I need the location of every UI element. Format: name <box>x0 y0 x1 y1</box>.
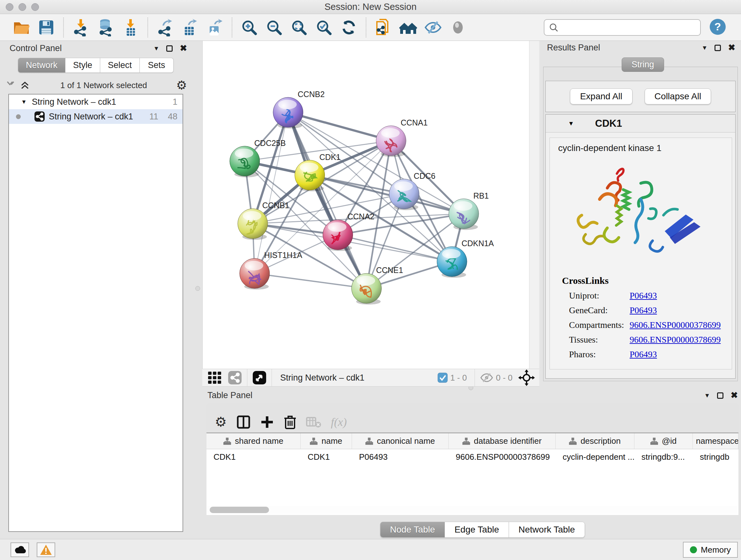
warnings-button[interactable] <box>37 543 55 557</box>
network-node-CDKN1A[interactable]: CDKN1A <box>437 239 494 278</box>
open-session-button[interactable] <box>12 18 30 37</box>
search-input[interactable] <box>558 21 696 34</box>
cell-name: CDK1 <box>300 449 352 464</box>
expand-all-button[interactable]: Expand All <box>570 88 632 105</box>
column-header[interactable]: database identifier <box>449 433 556 449</box>
houses-button[interactable] <box>399 18 417 37</box>
scrollbar-thumb[interactable] <box>210 507 269 513</box>
network-node-CCNA1[interactable]: CCNA1 <box>376 118 428 157</box>
float-panel-icon[interactable] <box>717 392 724 399</box>
column-header[interactable]: shared name <box>206 433 300 449</box>
delete-column-trash-icon[interactable] <box>284 415 296 430</box>
column-header[interactable]: name <box>300 433 352 449</box>
network-node-CCNB1[interactable]: CCNB1 <box>238 201 289 240</box>
gene-card-header[interactable]: ▼ CDK1 <box>546 115 735 132</box>
hide-selected-button[interactable] <box>424 18 442 37</box>
tab-network[interactable]: Network <box>18 58 65 73</box>
help-icon: ? <box>709 18 726 36</box>
network-options-gear-icon[interactable]: ⚙ <box>176 79 187 91</box>
network-from-selection-button[interactable] <box>374 18 393 37</box>
import-table-button[interactable] <box>121 18 140 37</box>
table-options-gear-icon[interactable]: ⚙ <box>215 415 227 429</box>
column-header[interactable]: namespace <box>693 433 738 449</box>
panel-menu-icon[interactable]: ▼ <box>704 392 711 398</box>
zoom-out-button[interactable] <box>265 18 283 37</box>
crosslink-link[interactable]: P06493 <box>630 349 657 360</box>
zoom-selected-icon <box>315 18 333 37</box>
crosslink-link[interactable]: 9606.ENSP00000378699 <box>630 334 721 345</box>
close-panel-icon[interactable]: ✖ <box>731 391 738 400</box>
network-canvas[interactable]: CCNB2CCNA1CDC25BCDK1CDC6RB1CCNB1CCNA2CDK… <box>203 41 529 369</box>
add-column-icon[interactable] <box>260 415 274 430</box>
export-image-icon <box>206 18 224 37</box>
open-in-window-icon[interactable] <box>253 371 266 385</box>
network-node-count: 11 <box>149 112 158 122</box>
save-session-button[interactable] <box>37 18 56 37</box>
pan-crosshair-icon[interactable] <box>518 369 535 386</box>
table-row[interactable]: CDK1 CDK1 P06493 9606.ENSP00000378699 cy… <box>206 449 738 464</box>
show-columns-icon[interactable] <box>237 415 251 430</box>
cloud-button[interactable] <box>10 543 29 557</box>
network-type-share-icon[interactable] <box>228 371 242 385</box>
results-tab-string[interactable]: String <box>622 57 664 72</box>
column-type-icon <box>223 437 231 445</box>
float-panel-icon[interactable] <box>166 45 173 52</box>
expand-all-icon[interactable] <box>20 80 31 90</box>
tab-select[interactable]: Select <box>100 58 140 73</box>
panel-menu-icon[interactable]: ▼ <box>702 45 708 51</box>
crosslink-link[interactable]: P06493 <box>630 305 657 315</box>
network-label: String Network – cdk1 <box>49 112 133 122</box>
node-label: CCNA1 <box>401 118 428 127</box>
cell-database-identifier: 9606.ENSP00000378699 <box>449 449 556 464</box>
network-node-HIST1H1A[interactable]: HIST1H1A <box>240 251 302 290</box>
network-node-CDK1[interactable]: CDK1 <box>295 152 341 192</box>
show-eye-button[interactable] <box>449 18 467 37</box>
horizontal-scrollbar[interactable] <box>207 506 738 514</box>
export-network-button[interactable] <box>156 18 174 37</box>
crosslink-row: GeneCard: P06493 <box>562 305 721 315</box>
collapse-all-button[interactable]: Collapse All <box>645 88 711 105</box>
network-selection-summary: 1 of 1 Network selected <box>31 80 176 90</box>
network-node-CCNB2[interactable]: CCNB2 <box>273 90 325 129</box>
tab-edge-table[interactable]: Edge Table <box>445 522 509 538</box>
zoom-in-button[interactable] <box>240 18 259 37</box>
network-collection-row[interactable]: ▼ String Network – cdk1 1 <box>9 95 183 109</box>
export-table-button[interactable] <box>181 18 199 37</box>
collapse-all-icon[interactable] <box>6 80 17 90</box>
float-panel-icon[interactable] <box>715 45 721 51</box>
tab-style[interactable]: Style <box>65 58 100 73</box>
left-splitter-handle[interactable] <box>195 286 200 291</box>
import-network-database-button[interactable] <box>96 18 115 37</box>
close-panel-icon[interactable]: ✖ <box>180 44 187 53</box>
close-panel-icon[interactable]: ✖ <box>728 44 735 52</box>
panel-menu-icon[interactable]: ▼ <box>153 45 159 51</box>
search-icon <box>549 23 558 32</box>
column-header[interactable]: description <box>556 433 634 449</box>
network-row[interactable]: String Network – cdk1 11 48 <box>9 109 183 124</box>
node-label: CCNA2 <box>347 212 375 221</box>
network-node-RB1[interactable]: RB1 <box>449 191 489 230</box>
tab-sets[interactable]: Sets <box>140 58 174 73</box>
memory-button[interactable]: Memory <box>683 542 738 558</box>
table-panel: Table Panel ▼ ✖ ⚙ <box>202 388 741 539</box>
column-header[interactable]: @id <box>634 433 693 449</box>
zoom-selected-button[interactable] <box>315 18 333 37</box>
gene-expander-icon[interactable]: ▼ <box>568 120 574 127</box>
node-label: CDK1 <box>320 152 341 162</box>
gene-card-body: cyclin-dependent kinase 1 <box>549 138 732 369</box>
tab-node-table[interactable]: Node Table <box>380 522 445 538</box>
import-network-file-button[interactable] <box>71 18 90 37</box>
refresh-button[interactable] <box>340 18 358 37</box>
zoom-fit-button[interactable] <box>290 18 308 37</box>
selected-checkbox-icon[interactable] <box>437 373 448 383</box>
help-button[interactable]: ? <box>709 18 726 37</box>
crosslink-link[interactable]: 9606.ENSP00000378699 <box>630 320 721 330</box>
export-image-button[interactable] <box>205 18 224 37</box>
crosslink-link[interactable]: P06493 <box>630 291 657 301</box>
tab-network-table[interactable]: Network Table <box>509 522 585 538</box>
hidden-eye-slash-icon[interactable] <box>480 372 493 383</box>
column-type-icon <box>569 437 577 445</box>
collection-expander-icon[interactable]: ▼ <box>21 99 27 105</box>
column-header[interactable]: canonical name <box>352 433 449 449</box>
birdseye-grid-icon[interactable] <box>207 370 222 385</box>
